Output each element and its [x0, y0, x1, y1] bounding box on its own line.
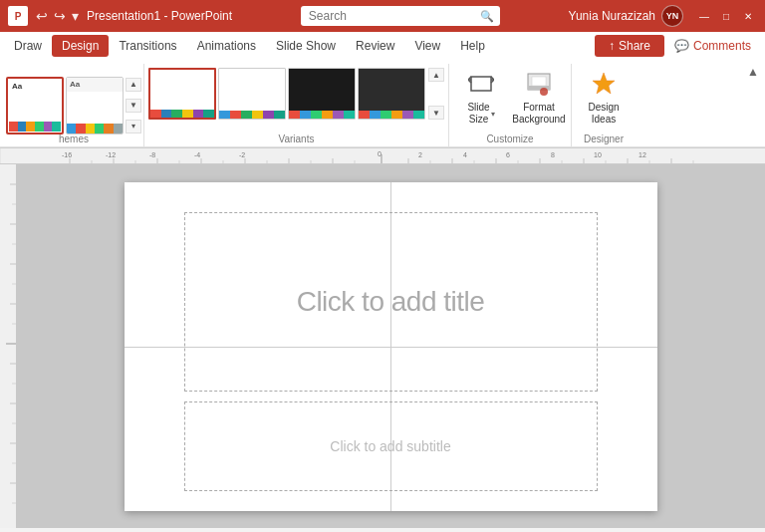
- theme-thumbnails: Aa: [6, 77, 124, 134]
- ruler-svg: // We'll draw ruler marks inline via CSS…: [0, 148, 765, 164]
- slide-size-label: SlideSize: [467, 102, 489, 126]
- designer-label: Designer: [572, 133, 636, 144]
- menu-draw[interactable]: Draw: [4, 35, 52, 57]
- customize-section: SlideSize ▾: [449, 64, 572, 146]
- ruler-vertical-svg: [0, 164, 16, 528]
- variant-2[interactable]: [218, 68, 286, 120]
- customize-quick-access-icon[interactable]: ▾: [72, 8, 79, 24]
- svg-rect-51: [0, 164, 16, 528]
- close-button[interactable]: ✕: [739, 7, 757, 25]
- slide-area: Click to add title Click to add subtitle: [16, 164, 765, 528]
- user-avatar: YN: [661, 5, 683, 27]
- redo-icon[interactable]: ↪: [54, 8, 66, 24]
- variant-1[interactable]: [148, 68, 216, 120]
- menu-animations[interactable]: Animations: [187, 35, 266, 57]
- slide-size-dropdown-arrow: ▾: [491, 110, 495, 119]
- format-background-icon: [526, 70, 552, 100]
- theme-2[interactable]: Aa: [66, 77, 124, 134]
- slide-size-button[interactable]: SlideSize ▾: [453, 66, 509, 130]
- menu-help[interactable]: Help: [450, 35, 495, 57]
- menu-view[interactable]: View: [404, 35, 450, 57]
- theme-scroll-expand[interactable]: ▾: [126, 120, 141, 133]
- menu-transitions[interactable]: Transitions: [109, 35, 186, 57]
- search-icon: 🔍: [480, 10, 494, 23]
- svg-text:-8: -8: [149, 151, 155, 158]
- minimize-button[interactable]: —: [695, 7, 713, 25]
- svg-rect-0: [471, 77, 491, 91]
- share-button[interactable]: ↑ Share: [595, 35, 664, 57]
- comments-button[interactable]: 💬 Comments: [664, 35, 761, 57]
- design-ideas-button[interactable]: DesignIdeas: [576, 66, 632, 130]
- slide-size-icon: [468, 70, 494, 100]
- variant-scroll-up[interactable]: ▲: [428, 68, 444, 82]
- subtitle-placeholder-text: Click to add subtitle: [330, 438, 450, 454]
- slide-size-label-row: SlideSize ▾: [467, 102, 494, 126]
- variant-thumbnails: ▲ ▼: [148, 68, 444, 120]
- theme-office[interactable]: Aa: [6, 77, 64, 134]
- variants-section: ▲ ▼ Variants: [144, 64, 449, 146]
- workspace: Click to add title Click to add subtitle: [0, 164, 765, 528]
- quick-access-toolbar: ↩ ↪ ▾: [36, 8, 79, 24]
- designer-buttons: DesignIdeas: [576, 66, 632, 130]
- search-input[interactable]: [301, 6, 500, 26]
- comment-icon: 💬: [674, 39, 689, 53]
- undo-icon[interactable]: ↩: [36, 8, 48, 24]
- slide[interactable]: Click to add title Click to add subtitle: [125, 182, 657, 511]
- designer-section: DesignIdeas Designer: [572, 64, 636, 146]
- user-info: Yunia Nurazizah YN: [569, 5, 683, 27]
- subtitle-placeholder[interactable]: Click to add subtitle: [184, 401, 598, 491]
- svg-text:-2: -2: [239, 151, 245, 158]
- title-bar-right: Yunia Nurazizah YN — □ ✕: [569, 5, 757, 27]
- themes-section: Aa: [4, 64, 144, 146]
- svg-text:10: 10: [594, 151, 602, 158]
- svg-text:-12: -12: [106, 151, 116, 158]
- ruler-horizontal: // We'll draw ruler marks inline via CSS…: [0, 148, 765, 164]
- ribbon: Draw Design Transitions Animations Slide…: [0, 32, 765, 148]
- variant-scroll-down[interactable]: ▼: [428, 106, 444, 120]
- app-logo: P: [8, 6, 28, 26]
- variants-label: Variants: [144, 133, 448, 144]
- svg-text:2: 2: [418, 151, 422, 158]
- maximize-button[interactable]: □: [717, 7, 735, 25]
- title-bar: P ↩ ↪ ▾ Presentation1 - PowerPoint 🔍 Yun…: [0, 0, 765, 32]
- title-placeholder[interactable]: Click to add title: [184, 212, 598, 392]
- svg-text:-16: -16: [62, 151, 72, 158]
- user-name: Yunia Nurazizah: [569, 9, 655, 23]
- svg-text:12: 12: [638, 151, 646, 158]
- ribbon-collapse-button[interactable]: ▲: [745, 64, 761, 80]
- customize-buttons: SlideSize ▾: [453, 66, 567, 130]
- search-wrapper: 🔍: [301, 6, 500, 26]
- menu-bar: Draw Design Transitions Animations Slide…: [0, 32, 765, 60]
- ribbon-content: Aa: [0, 60, 765, 147]
- svg-text:-4: -4: [194, 151, 200, 158]
- design-ideas-icon: [591, 70, 617, 100]
- svg-point-6: [540, 88, 548, 96]
- variant-3[interactable]: [288, 68, 356, 120]
- theme-scroll-up[interactable]: ▲: [126, 78, 141, 92]
- svg-text:8: 8: [551, 151, 555, 158]
- customize-label: Customize: [449, 133, 571, 144]
- window-controls: — □ ✕: [695, 7, 757, 25]
- menu-design[interactable]: Design: [52, 35, 109, 57]
- design-ideas-label: DesignIdeas: [588, 102, 619, 126]
- share-icon: ↑: [609, 39, 615, 53]
- svg-marker-7: [593, 73, 615, 94]
- svg-text:0: 0: [378, 150, 382, 157]
- ribbon-sections: Aa: [4, 64, 761, 146]
- variant-4[interactable]: [358, 68, 425, 120]
- svg-rect-5: [532, 77, 546, 86]
- theme-scroll-down[interactable]: ▼: [126, 99, 141, 113]
- menu-slideshow[interactable]: Slide Show: [266, 35, 346, 57]
- format-background-label: FormatBackground: [512, 102, 565, 126]
- svg-text:6: 6: [506, 151, 510, 158]
- variant-scroll: ▲ ▼: [428, 68, 444, 120]
- title-bar-left: P ↩ ↪ ▾ Presentation1 - PowerPoint: [8, 6, 232, 26]
- title-placeholder-text: Click to add title: [297, 286, 485, 318]
- theme-scroll: ▲ ▼ ▾: [126, 78, 141, 133]
- window-title: Presentation1 - PowerPoint: [87, 9, 232, 23]
- ruler-vertical: [0, 164, 16, 528]
- svg-text:4: 4: [463, 151, 467, 158]
- menu-review[interactable]: Review: [346, 35, 404, 57]
- format-background-button[interactable]: FormatBackground: [511, 66, 567, 130]
- themes-label: hemes: [4, 133, 143, 144]
